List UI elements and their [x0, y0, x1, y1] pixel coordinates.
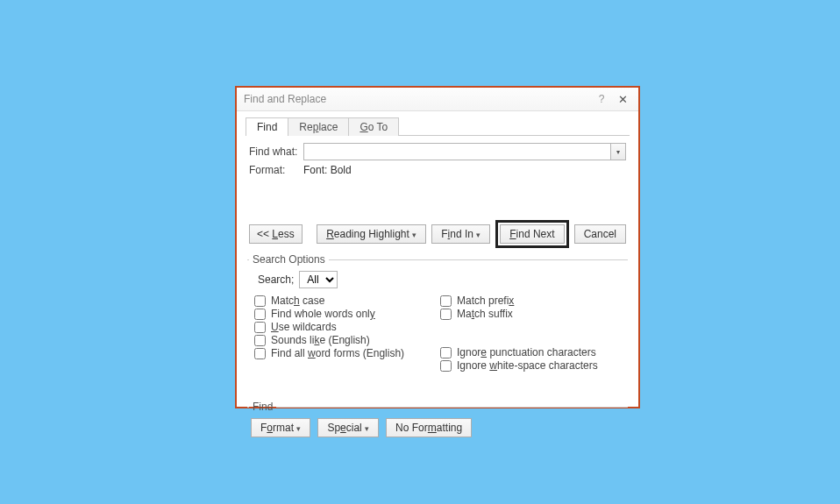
options-left-column: Match case Find whole words only Use wil… — [254, 294, 440, 373]
find-what-input[interactable]: ▾ — [303, 143, 626, 160]
match-case-input[interactable] — [254, 295, 266, 307]
dialog-body: Find what: ▾ Format: Font: Bold — [237, 136, 638, 176]
cancel-button[interactable]: Cancel — [574, 224, 626, 244]
search-direction-select[interactable]: All — [299, 271, 338, 288]
tab-replace[interactable]: Replace — [288, 117, 349, 136]
format-label: Format: — [249, 164, 303, 176]
ignore-whitespace-checkbox[interactable]: Ignore white-space characters — [440, 359, 626, 372]
search-direction-row: Search; All — [258, 271, 626, 288]
reading-highlight-button[interactable]: Reading Highlight — [317, 224, 426, 244]
close-icon[interactable]: ✕ — [612, 93, 633, 106]
special-button[interactable]: Special — [317, 418, 379, 437]
format-button[interactable]: Format — [251, 418, 310, 437]
find-footer-legend: Find — [249, 401, 276, 413]
search-options-legend: Search Options — [249, 253, 329, 266]
titlebar: Find and Replace ? ✕ — [237, 88, 638, 111]
whole-words-checkbox[interactable]: Find whole words only — [254, 308, 440, 320]
match-suffix-checkbox[interactable]: Match suffix — [440, 308, 626, 320]
sounds-like-checkbox[interactable]: Sounds like (English) — [254, 334, 440, 346]
cancel-label: Cancel — [584, 228, 616, 240]
tab-find-label: Find — [257, 121, 277, 133]
match-prefix-input[interactable] — [440, 295, 452, 307]
ignore-punctuation-checkbox[interactable]: Ignore punctuation characters — [440, 346, 626, 358]
help-icon[interactable]: ? — [591, 93, 612, 105]
ignore-punctuation-input[interactable] — [440, 347, 452, 358]
chevron-down-icon: ▾ — [616, 148, 620, 156]
match-suffix-input[interactable] — [440, 309, 452, 320]
options-right-column: Match prefix Match suffix Ignore punctua… — [440, 294, 626, 373]
format-row: Format: Font: Bold — [249, 164, 626, 176]
find-what-dropdown-button[interactable]: ▾ — [610, 144, 625, 160]
search-direction-label: Search; — [258, 273, 294, 286]
find-next-button[interactable]: Find Next — [500, 224, 564, 244]
dialog-title: Find and Replace — [244, 93, 591, 105]
find-replace-dialog: Find and Replace ? ✕ Find Replace Go To … — [235, 86, 640, 408]
format-value: Font: Bold — [303, 164, 352, 176]
sounds-like-input[interactable] — [254, 335, 266, 346]
word-forms-checkbox[interactable]: Find all word forms (English) — [254, 347, 440, 359]
word-forms-input[interactable] — [254, 348, 266, 359]
ignore-whitespace-input[interactable] — [440, 360, 452, 372]
action-button-row: << Less Reading Highlight Find In Find N… — [237, 220, 638, 248]
match-prefix-checkbox[interactable]: Match prefix — [440, 295, 626, 307]
tab-goto[interactable]: Go To — [348, 117, 399, 136]
find-what-label: Find what: — [249, 146, 303, 158]
tab-find[interactable]: Find — [246, 117, 288, 136]
no-formatting-button[interactable]: No Formatting — [386, 418, 472, 437]
whole-words-input[interactable] — [254, 309, 266, 320]
options-columns: Match case Find whole words only Use wil… — [254, 294, 626, 373]
match-case-checkbox[interactable]: Match case — [254, 295, 440, 307]
find-what-row: Find what: ▾ — [249, 143, 626, 160]
find-footer-group: Find Format Special No Formatting — [247, 401, 628, 437]
search-options-group: Search Options Search; All Match case Fi… — [247, 253, 628, 378]
use-wildcards-input[interactable] — [254, 322, 266, 333]
find-next-highlight: Find Next — [495, 220, 568, 248]
tabs: Find Replace Go To — [237, 111, 638, 135]
footer-buttons: Format Special No Formatting — [251, 418, 626, 437]
less-button[interactable]: << Less — [249, 224, 303, 244]
find-in-button[interactable]: Find In — [431, 224, 490, 244]
use-wildcards-checkbox[interactable]: Use wildcards — [254, 321, 440, 333]
